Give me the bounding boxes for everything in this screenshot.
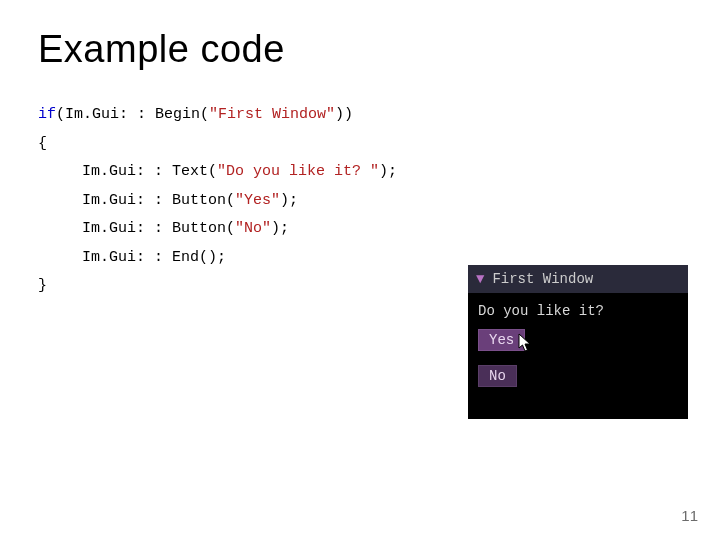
code-line-brace-open: {	[38, 130, 720, 159]
code-text: );	[379, 163, 397, 180]
code-string: "No"	[235, 220, 271, 237]
code-text: Im.Gui: : Button(	[82, 192, 235, 209]
imgui-window: ▼ First Window Do you like it? Yes No	[468, 265, 688, 419]
code-line-2: Im.Gui: : Text("Do you like it? ");	[82, 158, 720, 187]
slide-title: Example code	[38, 28, 720, 71]
code-line-3: Im.Gui: : Button("Yes");	[82, 187, 720, 216]
button-row-no: No	[478, 365, 678, 395]
code-text: ))	[335, 106, 353, 123]
keyword-if: if	[38, 106, 56, 123]
code-text: );	[280, 192, 298, 209]
code-line-1: if(Im.Gui: : Begin("First Window"))	[38, 101, 720, 130]
code-text: Im.Gui: : Button(	[82, 220, 235, 237]
button-row-yes: Yes	[478, 329, 678, 359]
no-button[interactable]: No	[478, 365, 517, 387]
page-number: 11	[681, 507, 698, 524]
code-string: "Yes"	[235, 192, 280, 209]
window-titlebar[interactable]: ▼ First Window	[468, 265, 688, 293]
code-string: "Do you like it? "	[217, 163, 379, 180]
code-string: "First Window"	[209, 106, 335, 123]
code-line-4: Im.Gui: : Button("No");	[82, 215, 720, 244]
code-text: Im.Gui: : Text(	[82, 163, 217, 180]
code-text: (Im.Gui: : Begin(	[56, 106, 209, 123]
yes-button[interactable]: Yes	[478, 329, 525, 351]
code-text: );	[271, 220, 289, 237]
window-title: First Window	[492, 271, 593, 287]
window-text: Do you like it?	[478, 303, 678, 319]
collapse-triangle-icon[interactable]: ▼	[476, 271, 484, 287]
window-body: Do you like it? Yes No	[468, 293, 688, 419]
